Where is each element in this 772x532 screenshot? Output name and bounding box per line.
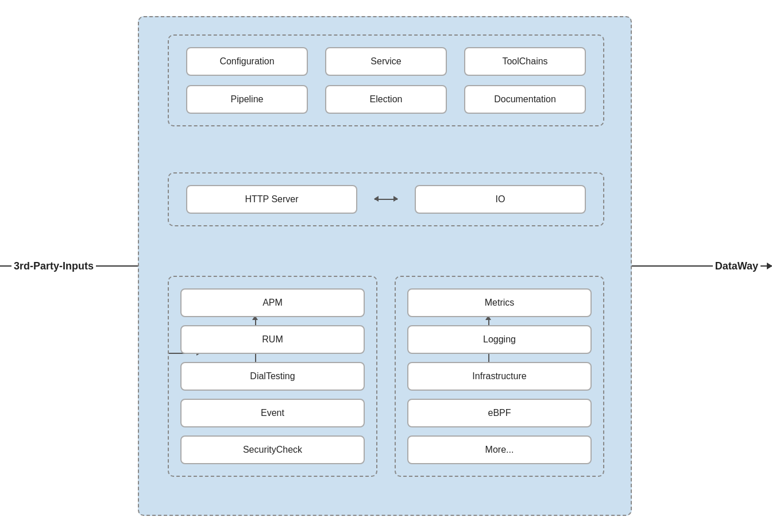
box-configuration: Configuration: [186, 47, 308, 76]
arrow-between-http-io: [375, 199, 397, 200]
box-securitycheck: SecurityCheck: [180, 435, 365, 464]
diagram-container: 3rd-Party-Inputs DataWay Configuration S…: [0, 0, 772, 532]
left-label: 3rd-Party-Inputs: [11, 260, 96, 272]
box-infrastructure: Infrastructure: [407, 362, 592, 391]
box-service: Service: [325, 47, 447, 76]
box-io: IO: [415, 185, 586, 214]
bottom-left-sub: APM RUM DialTesting Event SecurityCheck: [168, 276, 377, 477]
box-rum: RUM: [180, 325, 365, 354]
box-toolchains: ToolChains: [464, 47, 586, 76]
bottom-sections: APM RUM DialTesting Event SecurityCheck …: [168, 276, 604, 477]
outer-box: Configuration Service ToolChains Pipelin…: [138, 16, 632, 516]
top-section: Configuration Service ToolChains Pipelin…: [168, 34, 604, 126]
box-http-server: HTTP Server: [186, 185, 357, 214]
box-dialtesting: DialTesting: [180, 362, 365, 391]
box-event: Event: [180, 399, 365, 427]
bottom-right-sub: Metrics Logging Infrastructure eBPF More…: [395, 276, 604, 477]
box-logging: Logging: [407, 325, 592, 354]
arrow-horiz-line: [375, 199, 397, 200]
box-more: More...: [407, 435, 592, 464]
box-apm: APM: [180, 288, 365, 317]
box-documentation: Documentation: [464, 85, 586, 114]
box-ebpf: eBPF: [407, 399, 592, 427]
right-label: DataWay: [713, 260, 761, 272]
middle-section: HTTP Server IO: [168, 172, 604, 226]
box-election: Election: [325, 85, 447, 114]
box-metrics: Metrics: [407, 288, 592, 317]
box-pipeline: Pipeline: [186, 85, 308, 114]
